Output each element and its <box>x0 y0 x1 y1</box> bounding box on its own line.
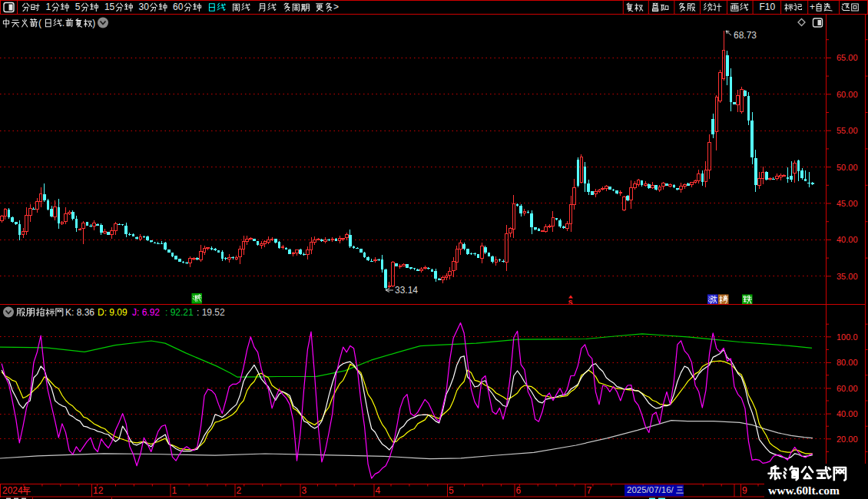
svg-text:55.00: 55.00 <box>837 126 858 135</box>
svg-text:s: s <box>568 297 573 306</box>
svg-text:D: 9.09: D: 9.09 <box>98 307 128 318</box>
svg-text:68.73: 68.73 <box>734 30 757 41</box>
svg-text:100.0: 100.0 <box>837 332 858 342</box>
svg-text:F10: F10 <box>759 2 775 12</box>
svg-text:1: 1 <box>46 2 51 12</box>
svg-text:>: > <box>333 2 339 12</box>
svg-text:15: 15 <box>104 2 115 12</box>
svg-text:1: 1 <box>172 485 177 496</box>
svg-text:www.60lt.com: www.60lt.com <box>768 484 840 497</box>
svg-text:35.00: 35.00 <box>837 272 858 281</box>
svg-text:: 92.21: : 92.21 <box>165 307 194 318</box>
svg-text:: 19.52: : 19.52 <box>197 307 225 318</box>
svg-text:33.14: 33.14 <box>395 285 418 296</box>
svg-text:+: + <box>810 2 815 12</box>
svg-text:50.00: 50.00 <box>837 163 858 172</box>
svg-text:J: 6.92: J: 6.92 <box>132 307 160 318</box>
svg-text:65.00: 65.00 <box>837 53 858 62</box>
svg-text:40.00: 40.00 <box>837 409 858 418</box>
svg-text:(: ( <box>38 18 41 28</box>
svg-text:2025/07/16/: 2025/07/16/ <box>627 485 674 494</box>
svg-text:5: 5 <box>75 2 81 12</box>
svg-text:40.00: 40.00 <box>837 235 858 244</box>
svg-text:7: 7 <box>587 485 592 496</box>
svg-text:4: 4 <box>376 485 381 496</box>
svg-text:5: 5 <box>449 485 454 496</box>
svg-text:.: . <box>62 18 65 28</box>
svg-text:3: 3 <box>302 485 307 496</box>
svg-text:12: 12 <box>93 485 104 496</box>
svg-text:60: 60 <box>173 2 184 12</box>
svg-text:2: 2 <box>237 485 242 496</box>
svg-text:9: 9 <box>742 485 747 496</box>
svg-text:): ) <box>92 18 95 28</box>
svg-text:60.00: 60.00 <box>837 90 858 99</box>
svg-text:60.00: 60.00 <box>837 384 858 393</box>
svg-text:20.00: 20.00 <box>837 435 858 444</box>
svg-text:45.00: 45.00 <box>837 199 858 208</box>
svg-text:30: 30 <box>139 2 150 12</box>
svg-text:K: 8.36: K: 8.36 <box>65 307 94 318</box>
svg-text:2024: 2024 <box>2 485 23 496</box>
svg-text:6: 6 <box>516 485 522 496</box>
svg-text:80.00: 80.00 <box>837 358 858 367</box>
